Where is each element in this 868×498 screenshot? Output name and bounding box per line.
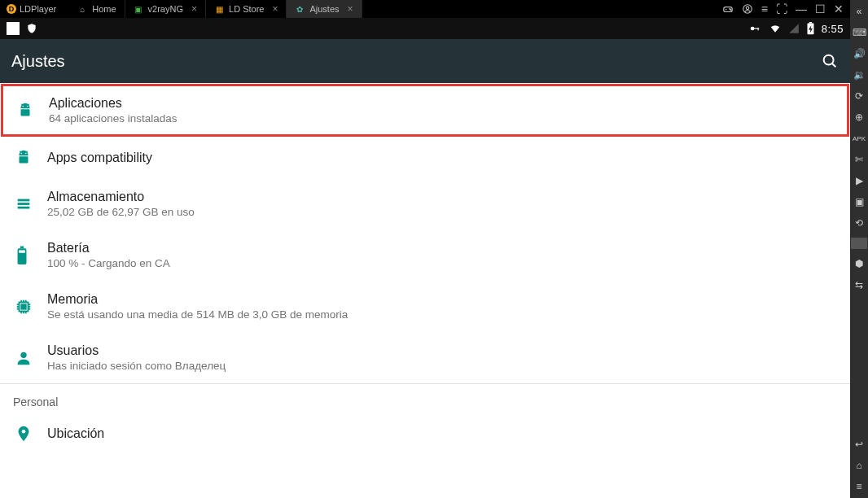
setting-ubicacion[interactable]: Ubicación (0, 413, 850, 454)
emulator-sidebar: « ⌨ 🔊 🔉 ⟳ ⊕ APK ✄ ▶ ▣ ⟲ ⬢ ⇆ ↩ ⌂ ≡ (850, 0, 868, 498)
setting-title: Almacenamiento (47, 190, 195, 204)
svg-rect-31 (21, 304, 26, 309)
svg-rect-11 (809, 22, 812, 24)
close-icon[interactable]: × (348, 3, 353, 15)
svg-point-44 (20, 352, 26, 357)
setting-subtitle: Se está usando una media de 514 MB de 3,… (47, 308, 348, 321)
setting-title: Batería (47, 241, 170, 256)
tab-label: LD Store (229, 4, 264, 14)
svg-rect-29 (19, 250, 25, 252)
setting-almacenamiento[interactable]: Almacenamiento 25,02 GB de 62,97 GB en u… (0, 178, 850, 229)
window-tabs: ⌂ Home ▣ v2rayNG × ▦ LD Store × ✿ Ajuste… (69, 0, 362, 18)
battery-charging-icon (806, 22, 815, 35)
tab-home[interactable]: ⌂ Home (69, 0, 125, 18)
brand-label: LDPlayer (20, 4, 56, 14)
setting-title: Usuarios (47, 343, 226, 358)
window-controls: ≡ ⛶ — ☐ ✕ (716, 2, 850, 15)
vol-down-icon[interactable]: 🔉 (853, 68, 866, 81)
svg-point-3 (730, 9, 730, 10)
gamepad-icon[interactable] (722, 3, 734, 15)
record-icon[interactable]: ▶ (853, 174, 866, 187)
shield-icon (26, 23, 37, 34)
key-icon (747, 23, 762, 34)
add-icon[interactable]: ⊕ (853, 111, 866, 124)
memory-icon (15, 298, 47, 316)
setting-title: Apps compatibility (47, 151, 152, 165)
user-icon[interactable] (742, 3, 753, 15)
maximize-icon[interactable]: ☐ (815, 2, 826, 15)
close-window-icon[interactable]: ✕ (834, 2, 844, 15)
fullscreen-icon[interactable]: ⛶ (776, 2, 787, 15)
tab-label: v2rayNG (148, 4, 183, 14)
close-icon[interactable]: × (272, 3, 278, 15)
rotate-icon[interactable]: ⟲ (853, 216, 866, 229)
page-header: Ajustes (0, 39, 850, 83)
setting-memoria[interactable]: Memoria Se está usando una media de 514 … (0, 281, 850, 332)
setting-subtitle: 100 % - Cargando en CA (47, 257, 170, 269)
tab-label: Home (92, 4, 116, 14)
svg-rect-14 (21, 109, 30, 116)
setting-bateria[interactable]: Batería 100 % - Cargando en CA (0, 229, 850, 281)
menu-icon[interactable]: ≡ (761, 2, 768, 15)
back-nav-icon[interactable]: ↩ (853, 438, 866, 451)
vol-up-icon[interactable]: 🔊 (853, 47, 866, 60)
search-icon[interactable] (821, 52, 839, 70)
settings-list: Aplicaciones 64 aplicaciones instaladas … (0, 83, 850, 498)
svg-rect-24 (18, 199, 30, 201)
page-title: Ajustes (11, 52, 821, 71)
app-icon: ▣ (134, 4, 143, 14)
section-personal: Personal (0, 383, 850, 413)
pin-icon[interactable]: ⬢ (853, 257, 866, 270)
window-topbar: D LDPlayer ⌂ Home ▣ v2rayNG × ▦ LD Store… (0, 0, 850, 18)
setting-subtitle: Has iniciado sesión como Владелец (47, 360, 226, 372)
refresh-icon[interactable]: ⟳ (853, 90, 866, 103)
collapse-icon[interactable]: « (853, 5, 866, 18)
svg-rect-25 (18, 203, 30, 205)
setting-title: Ubicación (47, 426, 104, 441)
setting-subtitle: 64 aplicaciones instaladas (49, 112, 178, 124)
android-icon (16, 102, 49, 120)
cut-icon[interactable]: ✄ (853, 153, 866, 166)
recents-nav-icon[interactable]: ≡ (853, 480, 866, 493)
status-time: 8:55 (822, 23, 844, 35)
ldplayer-logo-icon: D (7, 4, 16, 14)
signal-off-icon (788, 23, 800, 34)
setting-apps-compatibility[interactable]: Apps compatibility (0, 138, 850, 178)
close-icon[interactable]: × (191, 3, 197, 15)
screenshot-icon[interactable]: ▣ (853, 195, 866, 208)
android-statusbar: 8:55 (0, 18, 850, 39)
sync-icon[interactable]: ⇆ (853, 278, 866, 291)
app-brand: D LDPlayer (0, 4, 63, 14)
tab-ajustes[interactable]: ✿ Ajustes × (287, 0, 362, 18)
setting-aplicaciones[interactable]: Aplicaciones 64 aplicaciones instaladas (2, 85, 848, 136)
user-icon (15, 349, 47, 367)
setting-title: Memoria (47, 292, 348, 307)
keyboard-icon[interactable]: ⌨ (853, 26, 866, 39)
svg-point-6 (746, 7, 749, 10)
tab-v2rayng[interactable]: ▣ v2rayNG × (125, 0, 206, 18)
setting-subtitle: 25,02 GB de 62,97 GB en uso (47, 206, 195, 218)
home-nav-icon[interactable]: ⌂ (853, 459, 866, 472)
location-icon (15, 425, 47, 443)
tab-label: Ajustes (309, 4, 339, 14)
notification-icon (7, 22, 20, 35)
android-icon (15, 149, 47, 167)
setting-usuarios[interactable]: Usuarios Has iniciado sesión como Владел… (0, 332, 850, 383)
tab-ldstore[interactable]: ▦ LD Store × (206, 0, 287, 18)
svg-line-13 (832, 63, 835, 67)
svg-point-12 (824, 55, 834, 65)
svg-point-45 (22, 430, 26, 434)
svg-rect-26 (18, 206, 30, 208)
battery-icon (15, 246, 47, 265)
setting-title: Aplicaciones (49, 96, 178, 111)
apk-icon[interactable]: APK (853, 132, 866, 145)
settings-icon: ✿ (295, 4, 305, 14)
minimize-icon[interactable]: — (796, 2, 807, 15)
folder-icon[interactable] (851, 238, 867, 249)
home-icon: ⌂ (77, 4, 87, 14)
storage-icon (15, 195, 47, 213)
svg-point-7 (750, 27, 754, 31)
wifi-icon (769, 23, 782, 34)
svg-point-4 (730, 10, 731, 11)
svg-rect-28 (20, 246, 24, 248)
